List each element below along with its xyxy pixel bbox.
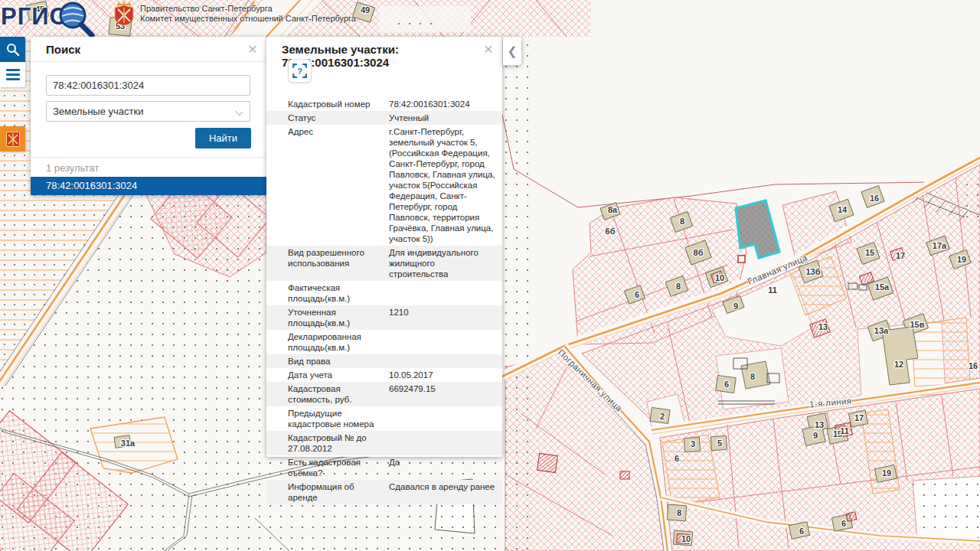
attribute-value <box>389 356 496 367</box>
svg-text:31а: 31а <box>121 439 136 448</box>
svg-text:9: 9 <box>813 431 818 440</box>
svg-text:17а: 17а <box>933 241 947 250</box>
attribute-value <box>389 408 496 429</box>
svg-text:6: 6 <box>841 519 846 528</box>
svg-text:?: ? <box>297 67 302 76</box>
attribute-value: 10.05.2017 <box>389 370 496 380</box>
svg-text:10: 10 <box>681 534 691 543</box>
extent-question-icon: ? <box>292 64 307 78</box>
svg-text:13б: 13б <box>805 267 820 276</box>
attribute-label: Статус <box>288 112 389 123</box>
attribute-value: 78:42:0016301:3024 <box>389 99 496 109</box>
attribute-row: Кадастровая стоимость, руб.6692479.15 <box>266 382 502 406</box>
attribute-row: Кадастровый номер78:42:0016301:3024 <box>266 97 502 111</box>
top-strip-parcels <box>0 0 591 37</box>
search-input[interactable] <box>46 75 250 96</box>
chevron-left-icon: ❮ <box>508 44 518 58</box>
results-count: 1 результат <box>46 162 99 174</box>
rgis-app: { "header": { "logo": "РГИС", "org_line1… <box>0 0 980 551</box>
attribute-row: Вид разрешенного использованияДля индиви… <box>266 246 502 281</box>
search-close-icon[interactable]: × <box>248 41 257 57</box>
attribute-value: 6692479.15 <box>389 383 496 405</box>
svg-text:17: 17 <box>854 413 864 422</box>
details-close-icon[interactable]: × <box>484 41 493 57</box>
attribute-value: Сдавался в аренду ранее <box>389 481 496 503</box>
attribute-row: Адресг.Санкт-Петербург, земельный участо… <box>266 125 502 246</box>
svg-text:13: 13 <box>818 322 828 331</box>
attribute-value <box>389 282 496 304</box>
attribute-row: Есть кадастровая съёмка?Да <box>266 455 502 480</box>
legend-button[interactable] <box>0 126 25 152</box>
find-button[interactable]: Найти <box>195 128 251 148</box>
svg-text:17: 17 <box>896 251 905 260</box>
search-panel-header: Поиск × <box>31 37 266 62</box>
svg-text:8: 8 <box>677 508 681 517</box>
point-marker <box>738 256 745 262</box>
svg-text:13а: 13а <box>874 326 889 335</box>
attribute-row: Уточненная площадь(кв.м.)1210 <box>266 305 502 330</box>
attribute-label: Дата учета <box>288 370 389 380</box>
svg-text:2: 2 <box>660 412 665 421</box>
svg-text:49: 49 <box>361 5 370 15</box>
attribute-row: Предыдущие кадастровые номера <box>266 406 502 431</box>
zoom-to-extent-button[interactable]: ? <box>288 59 312 83</box>
attribute-value: Учтенный <box>389 112 496 123</box>
menu-button[interactable] <box>0 62 25 87</box>
attribute-label: Кадастровая стоимость, руб. <box>288 383 389 405</box>
svg-text:10: 10 <box>715 273 724 282</box>
attribute-label: Декларированная площадь(кв.м.) <box>288 331 389 353</box>
attribute-label: Фактическая площадь(кв.м.) <box>288 282 389 304</box>
attribute-label: Предыдущие кадастровые номера <box>288 408 389 429</box>
collapse-panel-button[interactable]: ❮ <box>503 37 521 65</box>
svg-text:19: 19 <box>957 255 966 264</box>
parcel-details-panel: Земельные участки: 78:42:0016301:3024 × … <box>266 37 502 457</box>
attribute-value <box>389 331 496 353</box>
svg-text:19: 19 <box>882 468 891 478</box>
svg-text:14: 14 <box>838 205 848 214</box>
svg-text:9: 9 <box>733 302 738 311</box>
svg-text:6: 6 <box>724 380 729 389</box>
attribute-label: Вид права <box>288 356 389 367</box>
svg-text:6: 6 <box>675 454 679 463</box>
svg-text:11: 11 <box>840 426 849 435</box>
attribute-label: Адрес <box>288 126 389 244</box>
search-panel-title: Поиск <box>46 43 80 56</box>
svg-text:11: 11 <box>768 285 777 295</box>
attribute-row: Декларированная площадь(кв.м.) <box>266 330 502 354</box>
attribute-row: Кадастровый № до 27.08.2012 <box>266 431 502 455</box>
attributes-table: Кадастровый номер78:42:0016301:3024Стату… <box>266 97 502 504</box>
svg-text:45: 45 <box>35 5 44 14</box>
attribute-row: Фактическая площадь(кв.м.) <box>266 281 502 305</box>
svg-text:16: 16 <box>870 194 879 203</box>
svg-text:8а: 8а <box>608 205 618 214</box>
result-item-selected[interactable]: 78:42:0016301:3024 <box>31 177 266 195</box>
attribute-label: Вид разрешенного использования <box>288 247 389 279</box>
attribute-label: Кадастровый номер <box>288 99 389 109</box>
attribute-row: СтатусУчтенный <box>266 111 502 125</box>
attribute-row: Дата учета10.05.2017 <box>266 368 502 382</box>
attribute-label: Кадастровый № до 27.08.2012 <box>288 432 389 454</box>
chevron-down-icon <box>235 108 243 116</box>
svg-text:8б: 8б <box>694 248 704 257</box>
svg-text:6: 6 <box>799 527 804 536</box>
svg-text:12: 12 <box>894 360 903 369</box>
details-panel-title: Земельные участки: 78:42:0016301:3024 <box>282 43 502 69</box>
spb-crest-icon <box>5 131 21 148</box>
attribute-row: Вид права <box>266 354 502 368</box>
svg-text:8: 8 <box>680 217 684 226</box>
svg-text:3: 3 <box>691 439 695 448</box>
search-tool-button[interactable] <box>0 37 25 62</box>
svg-text:16: 16 <box>969 361 978 370</box>
attribute-label: Уточненная площадь(кв.м.) <box>288 307 389 328</box>
svg-text:6: 6 <box>635 290 639 299</box>
attribute-value: 1210 <box>389 307 496 328</box>
attribute-value: г.Санкт-Петербург, земельный участок 5, … <box>389 126 496 244</box>
svg-text:15: 15 <box>865 248 874 257</box>
attribute-label: Есть кадастровая съёмка? <box>288 457 389 478</box>
attribute-value: Да <box>389 457 496 478</box>
svg-text:8: 8 <box>750 372 755 381</box>
attribute-value <box>389 432 496 454</box>
svg-text:13: 13 <box>815 420 824 429</box>
search-category-select[interactable]: Земельные участки <box>46 101 250 122</box>
search-icon <box>6 43 19 56</box>
